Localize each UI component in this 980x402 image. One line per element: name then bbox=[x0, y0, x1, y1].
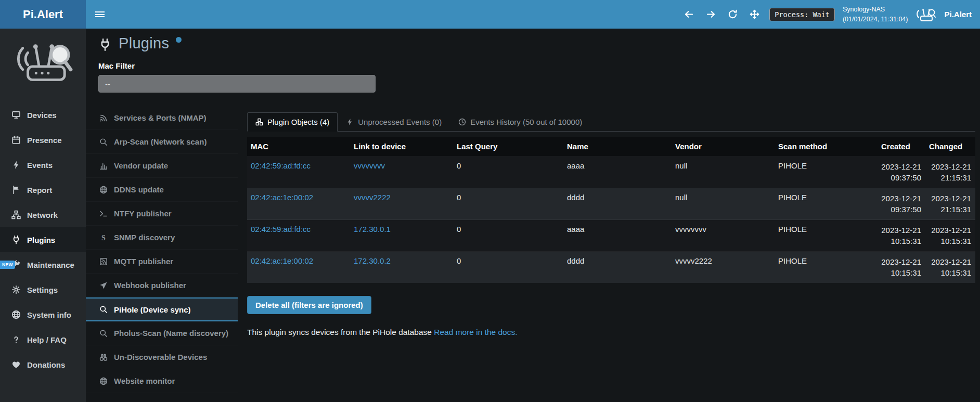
sidebar-item-settings[interactable]: Settings bbox=[0, 277, 86, 302]
plugin-item-ddns-update[interactable]: DDNS update bbox=[86, 178, 238, 202]
brand-logo[interactable]: Pi.Alert bbox=[0, 0, 86, 29]
cell-created: 2023-12-21 09:37:50 bbox=[878, 188, 925, 220]
sidebar-item-label: Network bbox=[27, 211, 58, 219]
sidebar-item-report[interactable]: Report bbox=[0, 177, 86, 202]
cell-changed: 2023-12-21 10:15:31 bbox=[925, 220, 975, 252]
sidebar-item-label: System info bbox=[27, 310, 71, 319]
flag-icon bbox=[11, 185, 21, 194]
plug-icon bbox=[11, 235, 21, 244]
fullscreen-button[interactable] bbox=[747, 7, 762, 21]
table-body: 02:42:59:ad:fd:ccvvvvvvvv0aaaanullPIHOLE… bbox=[247, 157, 975, 283]
plugin-item-services-ports-nmap[interactable]: Services & Ports (NMAP) bbox=[86, 106, 238, 130]
mac-link[interactable]: 02:42:59:ad:fd:cc bbox=[251, 225, 311, 234]
back-button[interactable] bbox=[682, 7, 696, 21]
move-arrows-icon bbox=[750, 9, 759, 19]
cell-changed: 2023-12-21 21:15:31 bbox=[925, 157, 975, 188]
column-header-name[interactable]: Name bbox=[563, 137, 672, 157]
column-header-changed[interactable]: Changed bbox=[925, 137, 975, 157]
table-header-row: MACLink to deviceLast QueryNameVendorSca… bbox=[247, 137, 975, 157]
cell-name: aaaa bbox=[563, 220, 672, 252]
sitemap-icon bbox=[11, 210, 21, 219]
cell-last-query: 0 bbox=[453, 220, 563, 252]
cell-changed: 2023-12-21 21:15:31 bbox=[925, 188, 975, 220]
column-header-vendor[interactable]: Vendor bbox=[672, 137, 775, 157]
sidebar-item-presence[interactable]: Presence bbox=[0, 127, 86, 152]
mac-link[interactable]: 02:42:59:ad:fd:cc bbox=[251, 161, 311, 170]
plugin-item-label: Un-Discoverable Devices bbox=[114, 353, 207, 361]
sidebar-item-donations[interactable]: Donations bbox=[0, 352, 86, 377]
column-header-scan-method[interactable]: Scan method bbox=[775, 137, 878, 157]
plugin-item-website-monitor[interactable]: Website monitor bbox=[86, 369, 238, 393]
radar-icon bbox=[99, 114, 108, 122]
plugin-item-vendor-update[interactable]: Vendor update bbox=[86, 154, 238, 178]
sidebar-item-plugins[interactable]: Plugins bbox=[0, 227, 86, 252]
pialert-logo bbox=[0, 29, 86, 89]
cell-link-to-device: vvvvv2222 bbox=[350, 188, 453, 220]
column-header-mac[interactable]: MAC bbox=[247, 137, 350, 157]
column-header-last-query[interactable]: Last Query bbox=[453, 137, 563, 157]
sidebar-item-help-faq[interactable]: Help / FAQ bbox=[0, 327, 86, 352]
device-link[interactable]: vvvvvvvv bbox=[354, 161, 385, 170]
device-link[interactable]: 172.30.0.2 bbox=[354, 256, 391, 265]
monitor-icon bbox=[11, 110, 21, 120]
sidebar-toggle-button[interactable] bbox=[86, 0, 114, 29]
forward-button[interactable] bbox=[704, 7, 718, 21]
plugin-item-un-discoverable-devices[interactable]: Un-Discoverable Devices bbox=[86, 345, 238, 369]
mac-filter-input[interactable] bbox=[98, 75, 376, 93]
cell-name: dddd bbox=[563, 252, 672, 283]
plugins-help-badge[interactable] bbox=[176, 37, 182, 43]
plugin-item-snmp-discovery[interactable]: SSNMP discovery bbox=[86, 226, 238, 250]
table-row: 02:42:59:ad:fd:cc172.30.0.10aaaavvvvvvvv… bbox=[247, 220, 975, 252]
globe-icon bbox=[99, 186, 108, 194]
sidebar-item-events[interactable]: Events bbox=[0, 152, 86, 177]
sidebar-item-maintenance[interactable]: NEWMaintenance bbox=[0, 252, 86, 277]
cell-scan-method: PIHOLE bbox=[775, 252, 878, 283]
sidebar-item-network[interactable]: Network bbox=[0, 202, 86, 227]
host-name: Synology-NAS bbox=[843, 5, 908, 14]
docs-link[interactable]: Read more in the docs. bbox=[434, 328, 517, 336]
delete-all-button[interactable]: Delete all (filters are ignored) bbox=[247, 296, 371, 314]
mac-link[interactable]: 02:42:ac:1e:00:02 bbox=[251, 256, 313, 265]
plugin-item-label: Website monitor bbox=[114, 377, 175, 385]
tab-events-history-50-out-of-10000[interactable]: Events History (50 out of 10000) bbox=[450, 112, 590, 132]
bolt-icon bbox=[11, 160, 21, 170]
device-link[interactable]: vvvvv2222 bbox=[354, 193, 391, 202]
plug-icon bbox=[98, 38, 112, 51]
plugin-item-webhook-publisher[interactable]: Webhook publisher bbox=[86, 274, 238, 297]
plugin-item-label: Arp-Scan (Network scan) bbox=[114, 137, 207, 146]
plugin-item-arp-scan-network-scan[interactable]: Arp-Scan (Network scan) bbox=[86, 130, 238, 154]
sidebar-item-devices[interactable]: Devices bbox=[0, 102, 86, 127]
plugin-item-ntfy-publisher[interactable]: NTFY publisher bbox=[86, 202, 238, 226]
cell-link-to-device: vvvvvvvv bbox=[350, 157, 453, 188]
mac-link[interactable]: 02:42:ac:1e:00:02 bbox=[251, 193, 313, 202]
column-header-created[interactable]: Created bbox=[878, 137, 925, 157]
device-link[interactable]: 172.30.0.1 bbox=[354, 225, 391, 234]
plugin-item-label: NTFY publisher bbox=[114, 209, 172, 218]
globe-icon bbox=[11, 310, 21, 319]
terminal-icon bbox=[99, 210, 108, 218]
plugin-item-label: Vendor update bbox=[114, 161, 168, 170]
plugin-item-label: PiHole (Device sync) bbox=[114, 305, 191, 314]
plugin-item-pihole-device-sync[interactable]: PiHole (Device sync) bbox=[86, 297, 238, 321]
tab-plugin-objects-4[interactable]: Plugin Objects (4) bbox=[247, 112, 338, 132]
arrow-right-icon bbox=[706, 9, 716, 19]
plugin-objects-table: MACLink to deviceLast QueryNameVendorSca… bbox=[247, 137, 975, 283]
topbar-brand-label: Pi.Alert bbox=[944, 10, 972, 19]
plugin-item-pholus-scan-name-discovery[interactable]: Pholus-Scan (Name discovery) bbox=[86, 321, 238, 345]
tab-unprocessed-events-0[interactable]: Unprocessed Events (0) bbox=[338, 112, 450, 132]
cell-vendor: vvvvv2222 bbox=[672, 252, 775, 283]
send-icon bbox=[99, 281, 108, 290]
table-row: 02:42:ac:1e:00:02vvvvv22220ddddnullPIHOL… bbox=[247, 188, 975, 220]
cell-last-query: 0 bbox=[453, 157, 563, 188]
sidebar-item-system-info[interactable]: System info bbox=[0, 302, 86, 327]
refresh-button[interactable] bbox=[726, 7, 740, 21]
mqtt-icon bbox=[99, 257, 108, 266]
page-title: Plugins bbox=[119, 35, 169, 52]
cell-mac: 02:42:ac:1e:00:02 bbox=[247, 252, 350, 283]
sidebar-item-label: Plugins bbox=[27, 236, 55, 244]
plugin-item-label: Pholus-Scan (Name discovery) bbox=[114, 329, 228, 338]
column-header-link-to-device[interactable]: Link to device bbox=[350, 137, 453, 157]
pialert-mini-logo-icon bbox=[915, 6, 936, 23]
cell-scan-method: PIHOLE bbox=[775, 220, 878, 252]
plugin-item-mqtt-publisher[interactable]: MQTT publisher bbox=[86, 250, 238, 274]
